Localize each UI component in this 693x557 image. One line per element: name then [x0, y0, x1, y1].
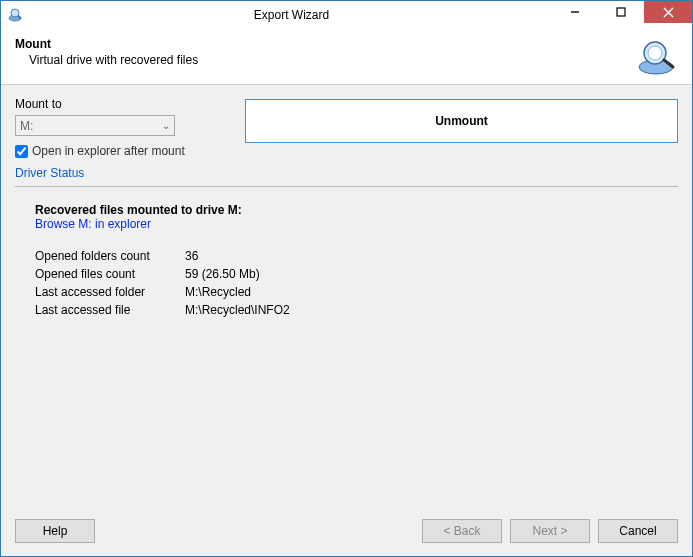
info-table: Opened folders count 36 Opened files cou…	[35, 249, 678, 317]
table-row: Last accessed file M:\Recycled\INFO2	[35, 303, 678, 317]
app-icon	[7, 7, 23, 23]
mount-to-label: Mount to	[15, 97, 245, 111]
info-val: 36	[185, 249, 198, 263]
window-controls	[552, 1, 692, 23]
info-val: M:\Recycled\INFO2	[185, 303, 290, 317]
unmount-button[interactable]: Unmount	[245, 99, 678, 143]
open-in-explorer-checkbox[interactable]	[15, 145, 28, 158]
chevron-down-icon: ⌄	[162, 120, 170, 131]
close-button[interactable]	[644, 1, 692, 23]
page-subtitle: Virtual drive with recovered files	[15, 53, 636, 67]
table-row: Last accessed folder M:\Recycled	[35, 285, 678, 299]
next-button[interactable]: Next >	[510, 519, 590, 543]
open-in-explorer-label: Open in explorer after mount	[32, 144, 185, 158]
info-block: Recovered files mounted to drive M: Brow…	[15, 187, 678, 321]
driver-status-link[interactable]: Driver Status	[15, 166, 678, 180]
info-key: Last accessed file	[35, 303, 185, 317]
mount-drive-value: M:	[20, 119, 33, 133]
wizard-footer: Help < Back Next > Cancel	[1, 510, 692, 556]
info-key: Last accessed folder	[35, 285, 185, 299]
export-wizard-window: Export Wizard Mount Virtual drive with r…	[0, 0, 693, 557]
svg-rect-4	[617, 8, 625, 16]
cancel-button[interactable]: Cancel	[598, 519, 678, 543]
info-title: Recovered files mounted to drive M:	[35, 203, 678, 217]
table-row: Opened folders count 36	[35, 249, 678, 263]
mount-drive-select[interactable]: M: ⌄	[15, 115, 175, 136]
titlebar: Export Wizard	[1, 1, 692, 29]
unmount-button-label: Unmount	[435, 114, 488, 128]
info-key: Opened folders count	[35, 249, 185, 263]
maximize-button[interactable]	[598, 1, 644, 23]
window-title: Export Wizard	[31, 8, 552, 22]
browse-explorer-link[interactable]: Browse M: in explorer	[35, 217, 678, 231]
info-val: M:\Recycled	[185, 285, 251, 299]
page-title: Mount	[15, 37, 636, 51]
back-button[interactable]: < Back	[422, 519, 502, 543]
help-button[interactable]: Help	[15, 519, 95, 543]
info-val: 59 (26.50 Mb)	[185, 267, 260, 281]
wizard-header: Mount Virtual drive with recovered files	[1, 29, 692, 85]
info-key: Opened files count	[35, 267, 185, 281]
svg-point-9	[648, 46, 662, 60]
wizard-body: Mount to M: ⌄ Open in explorer after mou…	[1, 85, 692, 510]
minimize-button[interactable]	[552, 1, 598, 23]
magnifier-icon	[636, 37, 678, 79]
table-row: Opened files count 59 (26.50 Mb)	[35, 267, 678, 281]
svg-point-1	[11, 9, 19, 17]
